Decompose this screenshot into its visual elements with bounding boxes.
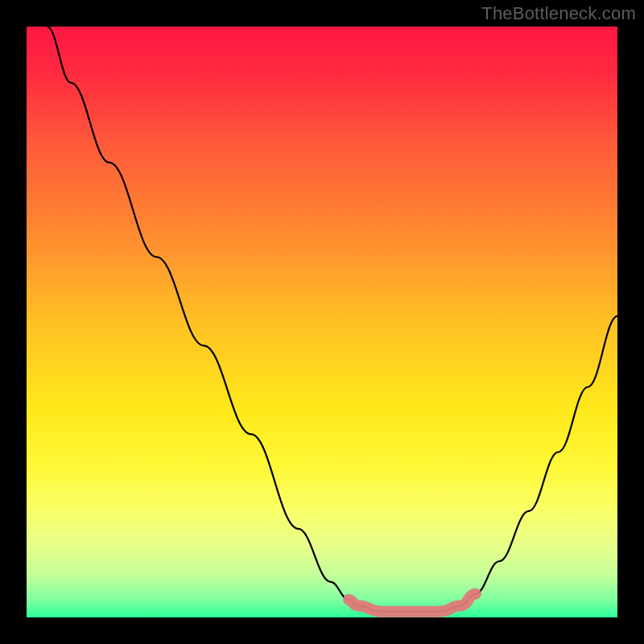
watermark-text: TheBottleneck.com (481, 3, 636, 24)
chart-background (27, 27, 617, 617)
chart-frame: TheBottleneck.com (0, 0, 644, 644)
plot-area (27, 27, 617, 617)
chart-svg (27, 27, 617, 617)
